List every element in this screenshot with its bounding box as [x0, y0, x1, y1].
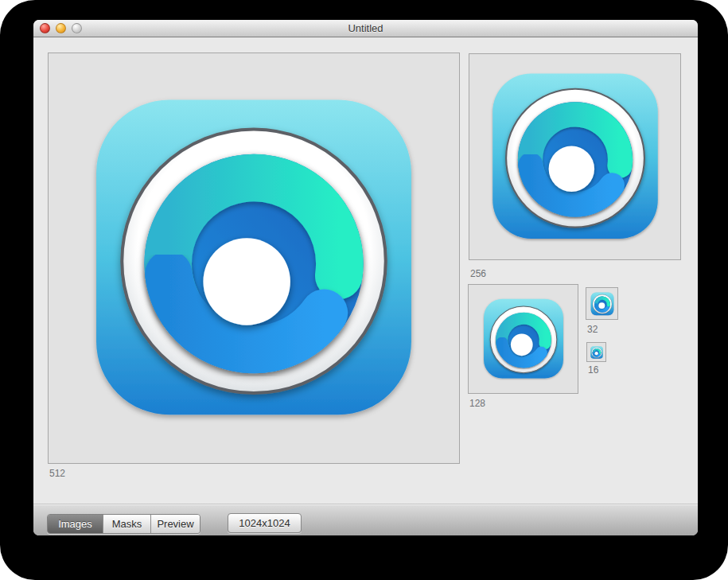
- app-icon-128-preview: [482, 298, 565, 380]
- zoom-button-disabled: [72, 23, 82, 33]
- app-window: Untitled 512 256 128 32 16 Images Masks …: [33, 20, 698, 535]
- well-size-label-16: 16: [588, 364, 598, 376]
- well-size-label-256: 256: [470, 268, 486, 279]
- size-1024-button[interactable]: 1024x1024: [228, 513, 302, 533]
- window-title: Untitled: [33, 22, 698, 34]
- tab-preview[interactable]: Preview: [151, 515, 200, 533]
- app-icon-256-preview: [489, 71, 661, 243]
- bottom-toolbar: Images Masks Preview 1024x1024: [33, 504, 698, 535]
- icon-well-32[interactable]: [586, 287, 618, 320]
- close-button[interactable]: [40, 23, 50, 33]
- icon-well-256[interactable]: [469, 53, 681, 260]
- app-icon-16-preview: [590, 346, 603, 359]
- icon-well-512[interactable]: [48, 53, 460, 464]
- icon-well-128[interactable]: [468, 284, 578, 394]
- window-titlebar[interactable]: Untitled: [33, 20, 698, 37]
- app-icon-512-preview: [90, 95, 418, 422]
- view-segmented-control: Images Masks Preview: [47, 514, 200, 534]
- well-size-label-32: 32: [587, 324, 598, 335]
- minimize-button[interactable]: [56, 23, 66, 33]
- well-size-label-128: 128: [469, 398, 485, 409]
- app-icon-32-preview: [590, 292, 614, 316]
- icon-well-16[interactable]: [586, 342, 606, 362]
- tab-images[interactable]: Images: [48, 515, 103, 533]
- well-size-label-512: 512: [49, 468, 65, 479]
- tab-masks[interactable]: Masks: [103, 515, 151, 533]
